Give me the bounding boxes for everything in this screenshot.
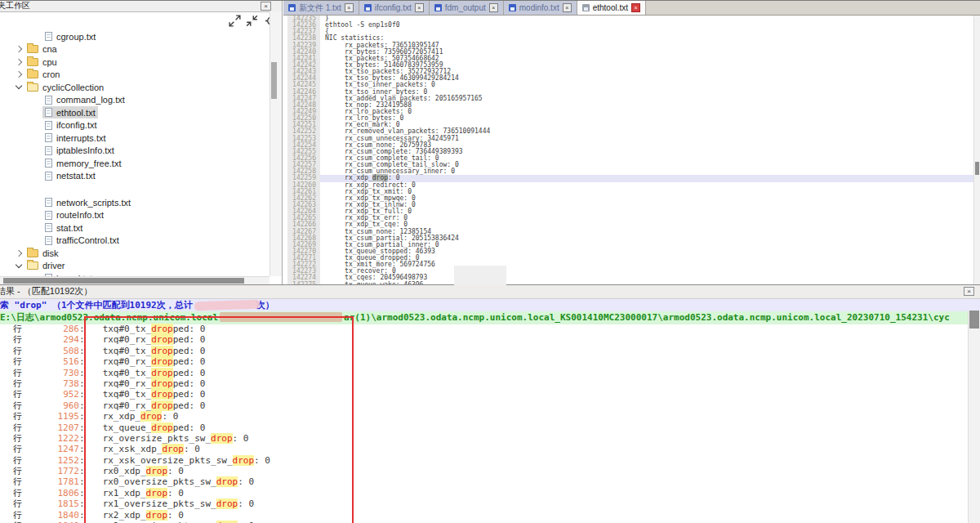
editor-line[interactable]: 142236ethtool -S enp1s0f0 <box>287 22 973 29</box>
tree-item-driver[interactable]: driver <box>0 260 270 273</box>
tree-item-cycliccollection[interactable]: cyclicCollection <box>0 81 270 94</box>
line-text: } <box>320 16 973 22</box>
line-label: 行 <box>13 444 25 454</box>
search-result-row[interactable]: 行1806:rx1_xdp_drop: 0 <box>0 488 968 498</box>
tree-item-label: cgroup.txt <box>56 32 96 42</box>
match-highlight: drop <box>151 389 173 400</box>
file-icon <box>45 172 52 181</box>
match-highlight: drop <box>151 334 173 345</box>
tree-item-command-log-txt[interactable]: command_log.txt <box>0 94 270 107</box>
colon: : <box>79 444 85 454</box>
line-label: 行 <box>13 324 25 334</box>
result-line-number: 1806 <box>25 488 79 498</box>
workspace-titlebar: 夹工作区 × <box>0 1 282 12</box>
search-result-row[interactable]: 行1781:rx0_oversize_pkts_sw_drop: 0 <box>0 476 968 487</box>
chevron-right-icon[interactable] <box>16 71 22 78</box>
editor[interactable]: 142235}142236ethtool -S enp1s0f0142237{1… <box>287 16 973 284</box>
search-result-row[interactable]: 行1195:rx_xdp_drop: 0 <box>0 411 968 422</box>
search-result-list: 行286:txq#0_tx_dropped: 0行294:rxq#0_rx_dr… <box>0 324 968 523</box>
tree-item-cron[interactable]: cron <box>0 69 270 82</box>
chevron-right-icon[interactable] <box>16 46 22 52</box>
tree-item-memory-free-txt[interactable]: memory_free.txt <box>0 157 270 170</box>
line-text: { <box>320 29 973 35</box>
match-highlight: drop <box>151 422 173 433</box>
chevron-right-icon[interactable] <box>16 250 22 257</box>
search-result-row[interactable]: 行960:rxq#0_rx_dropped: 0 <box>0 400 968 411</box>
editor-line[interactable]: 142237{ <box>287 29 973 35</box>
search-result-row[interactable]: 行1840:rx2_xdp_drop: 0 <box>0 510 968 521</box>
tab-close-icon[interactable]: × <box>415 3 424 12</box>
tree-item-label-wrap: network_scripts.txt <box>42 196 133 208</box>
tree-item-label: routeInfo.txt <box>56 210 104 220</box>
tab-fdm-output[interactable]: fdm_output× <box>430 1 504 15</box>
tab-close-icon[interactable]: × <box>345 3 354 12</box>
colon: : <box>79 498 85 509</box>
search-result-row[interactable]: 行294:rxq#0_rx_dropped: 0 <box>0 334 968 345</box>
tree-item-network-scripts-txt[interactable]: network_scripts.txt <box>0 196 270 209</box>
tree-item-iptablesinfo-txt[interactable]: iptablesInfo.txt <box>0 145 270 158</box>
result-line-text: tx_queue_dropped: 0 <box>103 422 206 433</box>
tab-ethtool-txt[interactable]: ethtool.txt× <box>577 1 646 15</box>
tree-item-stat-txt[interactable]: stat.txt <box>0 221 270 235</box>
workspace-close-icon[interactable]: × <box>261 2 271 11</box>
search-summary: 索 "drop" （1个文件中匹配到10192次，总计次） <box>0 299 980 311</box>
workspace-toolbar <box>0 12 282 29</box>
colon: : <box>79 422 85 433</box>
tab-1-txt[interactable]: 新文件 1.txt× <box>283 1 359 15</box>
search-result-row[interactable]: 行738:rxq#0_rx_dropped: 0 <box>0 378 968 389</box>
search-result-row[interactable]: 行952:txq#0_tx_dropped: 0 <box>0 389 968 400</box>
scrollbar-thumb[interactable] <box>3 278 244 284</box>
search-result-row[interactable]: 行1815:rx1_oversize_pkts_sw_drop: 0 <box>0 498 968 509</box>
scrollbar-thumb[interactable] <box>975 162 979 175</box>
tree-item-netstat-txt[interactable]: netstat.txt <box>0 170 270 183</box>
result-file-path[interactable]: E:\日志\armod0523.odata.ncmp.unicom.locala… <box>0 311 980 324</box>
tree-item-routeinfo-txt[interactable]: routeInfo.txt <box>0 209 270 222</box>
tree-item-label: interrupts.txt <box>56 133 106 143</box>
tree-item-label-wrap: ethtool.txt <box>42 106 98 118</box>
search-result-row[interactable]: 行1252:rx_xsk_oversize_pkts_sw_drop: 0 <box>0 455 968 466</box>
tab-close-icon[interactable]: × <box>631 3 640 12</box>
tree-item-disk[interactable]: disk <box>0 247 270 260</box>
results-close-icon[interactable]: × <box>964 287 974 296</box>
result-line-text: rx0_oversize_pkts_sw_drop: 0 <box>103 476 254 487</box>
scrollbar-thumb[interactable] <box>969 311 979 329</box>
tree-item-ethtool-txt[interactable]: ethtool.txt <box>0 106 270 119</box>
tree-item-label-wrap: ifconfig.txt <box>42 119 100 132</box>
tree-item-cpu[interactable]: cpu <box>0 56 270 69</box>
tree-vertical-scrollbar[interactable] <box>270 11 282 276</box>
chevron-down-icon[interactable] <box>16 83 22 89</box>
tab-ifconfig-txt[interactable]: ifconfig.txt× <box>359 1 430 15</box>
line-label: 行 <box>13 356 25 367</box>
chevron-down-icon[interactable] <box>16 262 22 268</box>
tab-close-icon[interactable]: × <box>563 3 572 12</box>
tree-item-cna[interactable]: cna <box>0 43 270 56</box>
search-result-row[interactable]: 行286:txq#0_tx_dropped: 0 <box>0 324 968 334</box>
file-icon <box>45 236 52 245</box>
results-vertical-scrollbar[interactable] <box>968 311 980 523</box>
match-highlight: drop <box>151 378 173 389</box>
tree-item-label: network_scripts.txt <box>56 198 131 208</box>
tree-item-interrupts-txt[interactable]: interrupts.txt <box>0 132 270 145</box>
tab-close-icon[interactable]: × <box>489 3 498 12</box>
search-result-row[interactable]: 行508:txq#0_tx_dropped: 0 <box>0 346 968 356</box>
tree-horizontal-scrollbar[interactable] <box>0 276 270 284</box>
search-result-row[interactable]: 行1207:tx_queue_dropped: 0 <box>0 422 968 433</box>
editor-vertical-scrollbar[interactable] <box>973 16 980 284</box>
expand-all-icon[interactable] <box>229 15 241 27</box>
chevron-right-icon[interactable] <box>16 59 22 65</box>
line-label: 行 <box>13 510 25 521</box>
scrollbar-thumb[interactable] <box>271 62 277 99</box>
search-result-row[interactable]: 行1247:rx_xsk_xdp_drop: 0 <box>0 444 968 454</box>
collapse-all-icon[interactable] <box>246 15 258 27</box>
search-result-row[interactable]: 行1222:rx_oversize_pkts_sw_drop: 0 <box>0 433 968 444</box>
search-result-row[interactable]: 行1772:rx0_xdp_drop: 0 <box>0 466 968 476</box>
tree-item-label: memory_free.txt <box>56 159 121 168</box>
tab-modinfo-txt[interactable]: modinfo.txt× <box>504 1 577 15</box>
search-result-row[interactable]: 行730:txq#0_tx_dropped: 0 <box>0 368 968 378</box>
search-result-row[interactable]: 行516:rxq#0_rx_dropped: 0 <box>0 356 968 367</box>
line-label: 行 <box>13 389 25 400</box>
tree-item-ifconfig-txt[interactable]: ifconfig.txt <box>0 119 270 132</box>
tree-item-trafficcontrol-txt[interactable]: trafficControl.txt <box>0 235 270 248</box>
match-highlight: drop <box>151 368 173 378</box>
tree-item-cgroup-txt[interactable]: cgroup.txt <box>0 30 270 43</box>
